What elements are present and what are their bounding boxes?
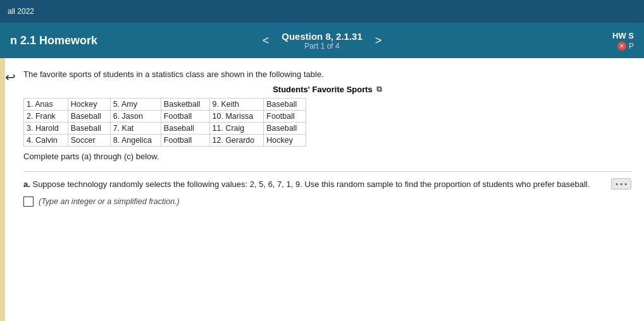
p-label: P <box>629 42 634 51</box>
student-sport: Baseball <box>161 122 209 134</box>
content-area: The favorite sports of students in a sta… <box>23 68 631 311</box>
part-a-text: a. Suppose technology randomly selects t… <box>23 178 631 191</box>
student-num: 3. Harold <box>24 122 68 134</box>
student-num: 12. Gerardo <box>209 134 264 146</box>
header: n 2.1 Homework < Question 8, 2.1.31 Part… <box>0 23 644 58</box>
student-sport: Baseball <box>264 98 306 110</box>
copy-icon[interactable]: ⧉ <box>376 85 382 94</box>
student-sport: Basketball <box>161 98 209 110</box>
student-sport: Hockey <box>68 98 110 110</box>
problem-intro: The favorite sports of students in a sta… <box>23 68 631 81</box>
student-sport: Baseball <box>68 110 110 122</box>
question-title: Question 8, 2.1.31 <box>282 31 362 42</box>
answer-checkbox[interactable] <box>23 197 34 207</box>
answer-row: (Type an integer or a simplified fractio… <box>23 197 631 207</box>
question-nav: < Question 8, 2.1.31 Part 1 of 4 > <box>257 31 387 51</box>
complete-instruction: Complete parts (a) through (c) below. <box>23 152 631 161</box>
student-num: 5. Amy <box>110 98 161 110</box>
student-num: 10. Marissa <box>209 110 264 122</box>
student-sport: Baseball <box>68 122 110 134</box>
part-a-question: Suppose technology randomly selects the … <box>32 179 590 189</box>
page-title: n 2.1 Homework <box>10 34 97 47</box>
student-num: 2. Frank <box>24 110 68 122</box>
student-num: 4. Calvin <box>24 134 68 146</box>
student-sport: Soccer <box>68 134 110 146</box>
student-num: 11. Craig <box>209 122 264 134</box>
back-arrow-button[interactable]: ↩ <box>5 68 16 311</box>
table-row: 3. Harold Baseball 7. Kat Baseball 11. C… <box>24 122 306 134</box>
student-num: 8. Angelica <box>110 134 161 146</box>
part-a-label: a. <box>23 179 30 189</box>
close-icon: ✕ <box>617 42 626 51</box>
table-title-row: Students' Favorite Sports ⧉ <box>23 85 631 94</box>
student-num: 6. Jason <box>110 110 161 122</box>
divider <box>23 171 631 172</box>
students-table: 1. Anas Hockey 5. Amy Basketball 9. Keit… <box>23 98 306 147</box>
year-label: all 2022 <box>8 7 34 16</box>
hw-label: HW S <box>612 31 634 40</box>
side-accent <box>0 58 5 321</box>
hw-badge: HW S ✕ P <box>612 31 634 51</box>
student-sport: Football <box>161 134 209 146</box>
table-row: 4. Calvin Soccer 8. Angelica Football 12… <box>24 134 306 146</box>
table-row: 1. Anas Hockey 5. Amy Basketball 9. Keit… <box>24 98 306 110</box>
main-content: ↩ The favorite sports of students in a s… <box>0 58 644 321</box>
question-info: Question 8, 2.1.31 Part 1 of 4 <box>282 31 362 51</box>
student-num: 1. Anas <box>24 98 68 110</box>
question-sub: Part 1 of 4 <box>282 42 362 51</box>
student-num: 9. Keith <box>209 98 264 110</box>
student-sport: Baseball <box>264 122 306 134</box>
answer-hint: (Type an integer or a simplified fractio… <box>39 197 180 206</box>
top-bar: all 2022 <box>0 0 644 23</box>
student-sport: Football <box>161 110 209 122</box>
student-num: 7. Kat <box>110 122 161 134</box>
student-sport: Hockey <box>264 134 306 146</box>
table-title-text: Students' Favorite Sports <box>273 85 373 94</box>
student-sport: Football <box>264 110 306 122</box>
p-badge: ✕ P <box>617 42 634 51</box>
prev-question-button[interactable]: < <box>257 32 275 50</box>
next-question-button[interactable]: > <box>370 32 387 50</box>
expand-button[interactable]: • • • <box>611 178 631 190</box>
table-row: 2. Frank Baseball 6. Jason Football 10. … <box>24 110 306 122</box>
